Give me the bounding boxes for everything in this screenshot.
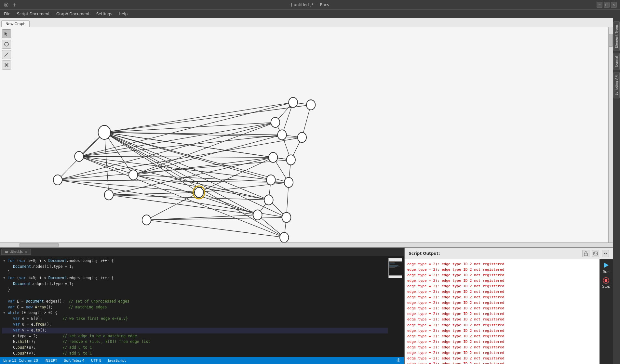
svg-point-84 xyxy=(269,152,277,162)
svg-line-11 xyxy=(104,123,276,133)
title-bar: [ untitled ]* — Rocs ─ □ ✕ xyxy=(0,0,620,10)
sidebar-tab-journal[interactable]: Journal xyxy=(613,53,620,70)
run-icon xyxy=(602,261,610,269)
rewind-button[interactable] xyxy=(602,250,609,257)
graph-tab-new-graph[interactable]: New Graph xyxy=(1,20,30,27)
horizontal-scrollbar[interactable] xyxy=(0,242,613,247)
run-label: Run xyxy=(603,270,610,274)
right-sidebar: Element Types Journal Scripting API xyxy=(613,18,620,364)
code-line-13: var v = e.to(); xyxy=(2,328,388,333)
output-error-line-4: edge.type = 2): edge type ID 2 not regis… xyxy=(407,278,597,283)
output-error-line-13: edge.type = 2): edge type ID 2 not regis… xyxy=(407,328,597,333)
svg-rect-107 xyxy=(584,253,587,256)
output-error-line-8: edge.type = 2): edge type ID 2 not regis… xyxy=(407,300,597,306)
code-content[interactable]: ▼for (var i=0; i < Document.nodes.length… xyxy=(0,256,404,357)
editor-status-bar: Line 13, Column 20 INSERT Soft Tabs: 4 U… xyxy=(0,357,404,364)
pin-icon[interactable] xyxy=(12,2,18,8)
editor-tab-close[interactable]: ✕ xyxy=(25,250,27,254)
code-line-16: C.push(u); // add u to C xyxy=(2,345,388,351)
svg-line-20 xyxy=(104,132,269,200)
output-content: edge.type = 2): edge type ID 2 not regis… xyxy=(405,259,600,364)
graph-canvas[interactable] xyxy=(0,27,613,242)
maximize-button[interactable]: □ xyxy=(604,2,610,8)
editor-tab-untitled[interactable]: untitled.js ✕ xyxy=(1,249,31,255)
output-area-wrapper: edge.type = 2): edge type ID 2 not regis… xyxy=(405,259,613,364)
svg-point-86 xyxy=(266,175,275,185)
stop-button[interactable]: Stop xyxy=(602,277,610,289)
editor-tab-bar: untitled.js ✕ xyxy=(0,248,404,256)
svg-line-69 xyxy=(258,215,284,237)
output-error-line-2: edge.type = 2): edge type ID 2 not regis… xyxy=(407,267,597,272)
output-error-line-14: edge.type = 2): edge type ID 2 not regis… xyxy=(407,333,597,339)
menu-graph-document[interactable]: Graph Document xyxy=(54,11,92,17)
output-error-line-6: edge.type = 2): edge type ID 2 not regis… xyxy=(407,289,597,294)
image-button[interactable] xyxy=(592,250,599,257)
output-error-line-5: edge.type = 2): edge type ID 2 not regis… xyxy=(407,283,597,289)
vertical-scrollbar-thumb[interactable] xyxy=(609,34,613,47)
output-error-line-9: edge.type = 2): edge type ID 2 not regis… xyxy=(407,306,597,311)
code-editor: untitled.js ✕ ▼for (var i=0; i < Documen… xyxy=(0,248,405,364)
sidebar-tab-element-types[interactable]: Element Types xyxy=(613,21,620,51)
svg-line-50 xyxy=(147,217,287,220)
editor-tab-label: untitled.js xyxy=(5,250,23,254)
svg-line-25 xyxy=(79,102,293,156)
output-panel: Script Output: edge.type = 2): edge ty xyxy=(405,248,613,364)
editor-area: untitled.js ✕ ▼for (var i=0; i < Documen… xyxy=(0,247,613,364)
sidebar-tab-scripting-api[interactable]: Scripting API xyxy=(613,72,620,98)
svg-line-52 xyxy=(199,182,289,192)
menu-help[interactable]: Help xyxy=(116,11,130,17)
output-error-line-7: edge.type = 2): edge type ID 2 not regis… xyxy=(407,294,597,300)
code-line-1: ▼for (var i=0; i < Document.nodes.length… xyxy=(2,258,388,264)
svg-point-80 xyxy=(289,98,297,108)
output-error-line-19: edge.type = 2): edge type ID 2 not regis… xyxy=(407,361,597,364)
svg-point-83 xyxy=(298,132,306,142)
svg-line-9 xyxy=(104,132,109,195)
edit-mode: INSERT xyxy=(45,358,57,363)
svg-point-72 xyxy=(74,151,83,162)
encoding-setting[interactable]: UTF-8 xyxy=(91,358,101,363)
menu-script-document[interactable]: Script Document xyxy=(14,11,52,17)
language-setting[interactable]: JavaScript xyxy=(108,358,126,363)
output-error-line-11: edge.type = 2): edge type ID 2 not regis… xyxy=(407,317,597,322)
code-thumbnail xyxy=(388,258,402,278)
close-button[interactable]: ✕ xyxy=(611,2,617,8)
svg-point-75 xyxy=(104,190,113,200)
vertical-scrollbar[interactable] xyxy=(608,27,613,242)
code-line-9: var C = new Array(); // matching edges xyxy=(2,305,388,310)
code-line-12: var u = e.from(); xyxy=(2,322,388,328)
svg-rect-112 xyxy=(605,279,607,282)
run-button[interactable]: Run xyxy=(602,261,610,274)
svg-point-88 xyxy=(264,195,273,205)
svg-point-89 xyxy=(282,213,291,223)
svg-line-37 xyxy=(58,180,286,217)
svg-line-10 xyxy=(104,132,199,192)
svg-line-13 xyxy=(104,105,311,133)
svg-line-43 xyxy=(109,192,199,195)
code-line-11: var e = E[0]; // we take first edge e={u… xyxy=(2,316,388,322)
output-scrollable[interactable]: edge.type = 2): edge type ID 2 not regis… xyxy=(405,259,600,364)
stop-icon xyxy=(603,277,609,284)
menu-file[interactable]: File xyxy=(1,11,13,17)
code-line-18 xyxy=(2,357,388,357)
output-error-line-18: edge.type = 2): edge type ID 2 not regis… xyxy=(407,356,597,361)
code-line-4: ▼for (var i=0; i < Document.edges.length… xyxy=(2,275,388,281)
stop-label: Stop xyxy=(602,284,610,289)
output-error-line-10: edge.type = 2): edge type ID 2 not regis… xyxy=(407,311,597,317)
run-stop-section: Run Stop xyxy=(600,259,613,364)
output-header: Script Output: xyxy=(405,248,613,259)
svg-line-22 xyxy=(104,132,258,215)
horizontal-scrollbar-thumb[interactable] xyxy=(20,243,59,247)
minimize-button[interactable]: ─ xyxy=(597,2,602,8)
svg-point-91 xyxy=(280,232,289,242)
rocs-logo-icon xyxy=(3,2,9,8)
graph-tab-bar: New Graph xyxy=(0,18,613,27)
lock-button[interactable] xyxy=(582,250,589,257)
output-error-line-15: edge.type = 2): edge type ID 2 not regis… xyxy=(407,339,597,344)
settings-icon[interactable] xyxy=(396,358,401,363)
svg-point-106 xyxy=(398,359,399,361)
code-line-10: ▼while (E.length > 0) { xyxy=(2,310,388,316)
tab-setting[interactable]: Soft Tabs: 4 xyxy=(64,358,85,363)
menu-settings[interactable]: Settings xyxy=(94,11,115,17)
svg-line-49 xyxy=(147,220,284,238)
svg-line-27 xyxy=(79,156,273,157)
